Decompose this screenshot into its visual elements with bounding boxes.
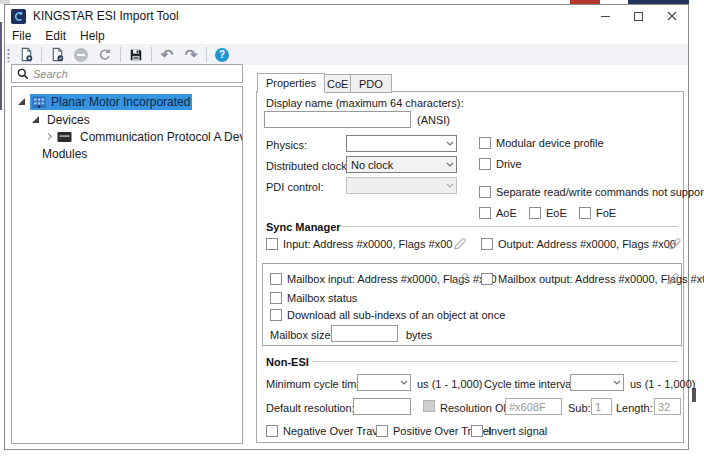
section-rule <box>341 226 678 227</box>
edit-pencil-icon[interactable] <box>665 271 680 286</box>
minimum-cycle-time-unit: us (1 - 1,000) <box>417 378 482 390</box>
remove-button <box>69 45 93 64</box>
checkbox-mailbox-status[interactable]: Mailbox status <box>270 292 357 304</box>
checkbox-box <box>471 425 483 437</box>
checkbox-label: Output: Address #x0000, Flags #x00 <box>498 238 676 250</box>
display-name-input[interactable] <box>264 111 411 128</box>
cycle-time-interval-select[interactable] <box>570 374 624 391</box>
app-icon <box>11 9 26 24</box>
checkbox-resolution-object <box>423 400 440 412</box>
minimize-button[interactable] <box>589 5 622 27</box>
refresh-icon <box>98 48 112 62</box>
checkbox-sync-output[interactable]: Output: Address #x0000, Flags #x00 <box>481 238 676 250</box>
tree-item-root[interactable]: Planar Motor Incorporated <box>18 93 192 110</box>
expander-closed-icon[interactable] <box>45 133 52 140</box>
chevron-down-icon <box>443 162 456 167</box>
tree-item-label: Devices <box>44 112 93 128</box>
chevron-down-icon <box>443 141 456 146</box>
menu-help[interactable]: Help <box>73 29 112 43</box>
checkbox-invert-signal[interactable]: Invert signal <box>471 425 547 437</box>
length-input <box>654 398 681 415</box>
checkbox-box <box>270 292 282 304</box>
maximize-button[interactable] <box>622 5 655 27</box>
expander-open-icon[interactable] <box>18 98 25 105</box>
undo-button[interactable]: ↶ <box>155 45 179 64</box>
background-fragment-left-strip <box>0 22 2 110</box>
checkbox-label: Drive <box>496 158 522 170</box>
checkbox-foe[interactable]: FoE <box>579 207 616 219</box>
menu-edit[interactable]: Edit <box>38 29 73 43</box>
toolbar-separator <box>120 47 121 62</box>
save-button[interactable] <box>124 45 148 64</box>
checkbox-label: Input: Address #x0000, Flags #x00 <box>283 238 452 250</box>
mailbox-size-label: Mailbox size <box>270 329 331 341</box>
pdi-control-label: PDI control: <box>266 181 323 193</box>
toolbar-grip[interactable] <box>7 48 10 62</box>
checkbox-box <box>481 238 493 250</box>
checkbox-label: Download all sub-indexs of an object at … <box>287 309 505 321</box>
checkbox-drive[interactable]: Drive <box>479 158 522 170</box>
resolution-object-input <box>505 398 562 415</box>
chevron-down-icon <box>397 380 410 385</box>
search-icon <box>17 68 29 80</box>
checkbox-label: Mailbox status <box>287 292 357 304</box>
checkbox-sync-input[interactable]: Input: Address #x0000, Flags #x00 <box>266 238 452 250</box>
edit-pencil-icon[interactable] <box>452 236 467 251</box>
tree-selection[interactable]: Planar Motor Incorporated <box>30 94 192 110</box>
checkbox-download-all-subindexes[interactable]: Download all sub-indexs of an object at … <box>270 309 505 321</box>
default-resolution-label: Default resolution: <box>266 402 355 414</box>
minimum-cycle-time-label: Minimum cycle time: <box>266 378 366 390</box>
undo-icon: ↶ <box>161 47 174 62</box>
edit-pencil-icon[interactable] <box>667 236 682 251</box>
refresh-button[interactable] <box>93 45 117 64</box>
redo-button[interactable]: ↷ <box>179 45 203 64</box>
distributed-clock-select[interactable]: No clock <box>346 156 457 173</box>
edit-pencil-icon[interactable] <box>454 271 469 286</box>
checkbox-modular-device-profile[interactable]: Modular device profile <box>479 137 604 149</box>
background-fragment-right-tick <box>692 388 696 402</box>
cycle-time-interval-unit: us (1 - 1,000) <box>630 378 695 390</box>
export-esi-file-button[interactable] <box>45 45 69 64</box>
checkbox-eoe[interactable]: EoE <box>529 207 567 219</box>
checkbox-box <box>266 238 278 250</box>
physics-select[interactable] <box>346 135 457 152</box>
tree-item-device[interactable]: Communication Protocol A DeviceID: #x100… <box>46 128 243 145</box>
mailbox-size-input[interactable] <box>331 325 398 342</box>
display-name-label: Display name (maximum 64 characters): <box>266 97 463 109</box>
checkbox-box <box>266 425 278 437</box>
tree-item-modules[interactable]: Modules <box>39 145 90 162</box>
checkbox-label: Separate read/write commands not support… <box>496 186 704 198</box>
search-box[interactable] <box>11 64 243 83</box>
tree-item-devices[interactable]: Devices <box>32 111 93 128</box>
length-label: Length: <box>616 402 653 414</box>
app-icon-glyph <box>13 11 24 22</box>
redo-icon: ↷ <box>185 47 198 62</box>
tree-item-label: Communication Protocol A DeviceID: #x100… <box>77 129 243 145</box>
new-esi-file-button[interactable] <box>14 45 38 64</box>
title-bar: KINGSTAR ESI Import Tool <box>5 5 688 27</box>
window-controls <box>589 5 688 27</box>
checkbox-separate-rw[interactable]: Separate read/write commands not support… <box>479 186 704 198</box>
help-button[interactable]: ? <box>210 45 234 64</box>
checkbox-box <box>479 158 491 170</box>
tab-pdo[interactable]: PDO <box>350 74 392 93</box>
checkbox-box <box>579 207 591 219</box>
checkbox-negative-over-travel[interactable]: Negative Over Travel <box>266 425 386 437</box>
bytes-label: bytes <box>406 329 432 341</box>
save-floppy-icon <box>129 48 143 62</box>
checkbox-label: FoE <box>596 207 616 219</box>
tab-properties[interactable]: Properties <box>257 73 325 93</box>
toolbar-separator <box>41 47 42 62</box>
distributed-clock-label: Distributed clock: <box>266 160 350 172</box>
search-input[interactable] <box>33 68 242 80</box>
checkbox-label: AoE <box>496 207 517 219</box>
default-resolution-input[interactable] <box>353 398 411 415</box>
physics-label: Physics: <box>266 139 307 151</box>
minimum-cycle-time-select[interactable] <box>357 374 411 391</box>
expander-open-icon[interactable] <box>32 116 39 123</box>
non-esi-title: Non-ESI <box>266 356 309 368</box>
menu-file[interactable]: File <box>5 29 38 43</box>
checkbox-aoe[interactable]: AoE <box>479 207 517 219</box>
checkbox-box <box>270 309 282 321</box>
close-button[interactable] <box>655 5 688 27</box>
